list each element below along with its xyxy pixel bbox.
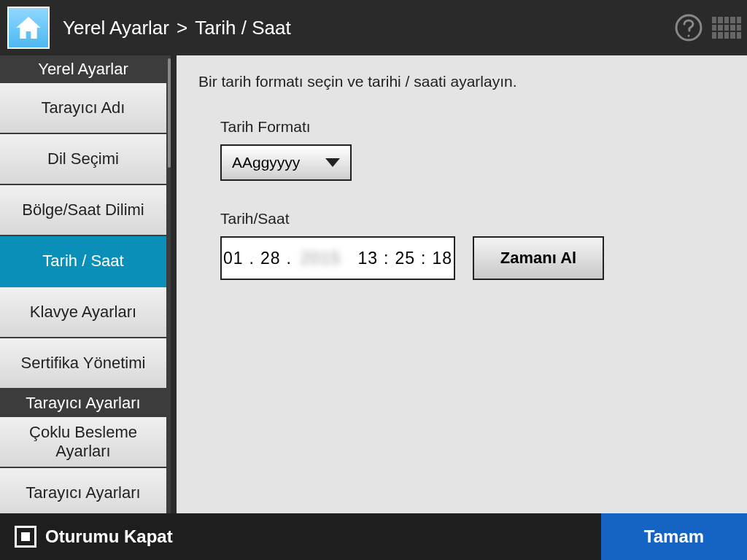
home-icon xyxy=(14,13,43,42)
svg-point-1 xyxy=(688,35,690,37)
logout-button[interactable]: Oturumu Kapat xyxy=(0,513,187,560)
sidebar-item-label: Tarayıcı Ayarları xyxy=(26,483,140,502)
help-button[interactable] xyxy=(671,10,706,45)
date-month: 01 xyxy=(223,249,244,268)
ok-label: Tamam xyxy=(644,526,704,547)
get-time-label: Zamanı Al xyxy=(500,249,576,268)
date-format-value: AAggyyyy xyxy=(232,154,300,171)
breadcrumb-root: Yerel Ayarlar xyxy=(63,17,169,39)
keyboard-icon xyxy=(712,17,741,39)
date-year: 2015 xyxy=(298,249,344,268)
sidebar-item-multifeed[interactable]: Çoklu Besleme Ayarları xyxy=(0,417,166,468)
date-time-input[interactable]: 01 . 28 . 2015 13 : 25 : 18 xyxy=(220,236,455,280)
home-button[interactable] xyxy=(7,7,50,49)
main-panel: Bir tarih formatı seçin ve tarihi / saat… xyxy=(171,55,747,513)
sidebar-item-region-timezone[interactable]: Bölge/Saat Dilimi xyxy=(0,185,166,236)
breadcrumb-leaf: Tarih / Saat xyxy=(195,17,291,39)
sidebar-item-language[interactable]: Dil Seçimi xyxy=(0,134,166,185)
sidebar-item-label: Tarih / Saat xyxy=(42,252,123,271)
sidebar-item-label: Çoklu Besleme xyxy=(29,423,137,442)
logout-icon xyxy=(15,526,36,548)
sidebar-item-certificate[interactable]: Sertifika Yönetimi xyxy=(0,338,166,389)
sidebar-scrollbar[interactable] xyxy=(168,58,171,168)
sidebar-item-label: Bölge/Saat Dilimi xyxy=(22,201,144,219)
sidebar: Yerel Ayarlar Tarayıcı Adı Dil Seçimi Bö… xyxy=(0,55,171,513)
time-hour: 13 xyxy=(357,249,378,268)
ok-button[interactable]: Tamam xyxy=(601,513,747,560)
get-time-button[interactable]: Zamanı Al xyxy=(473,236,604,280)
help-icon xyxy=(674,13,703,42)
sidebar-item-label: Klavye Ayarları xyxy=(30,303,136,322)
instruction-text: Bir tarih formatı seçin ve tarihi / saat… xyxy=(198,73,725,90)
time-minute: 25 xyxy=(395,249,415,268)
sidebar-section-header-local: Yerel Ayarlar xyxy=(0,55,166,83)
keyboard-button[interactable] xyxy=(709,10,744,45)
date-format-select[interactable]: AAggyyyy xyxy=(220,144,352,181)
sidebar-item-label: Dil Seçimi xyxy=(47,149,119,168)
time-second: 18 xyxy=(432,249,452,268)
footer: Oturumu Kapat Tamam xyxy=(0,513,747,560)
sidebar-item-date-time[interactable]: Tarih / Saat xyxy=(0,236,166,287)
date-day: 28 xyxy=(260,249,281,268)
chevron-down-icon xyxy=(325,158,340,167)
sidebar-item-keyboard[interactable]: Klavye Ayarları xyxy=(0,287,166,338)
date-time-label: Tarih/Saat xyxy=(220,210,725,228)
sidebar-item-scanner-name[interactable]: Tarayıcı Adı xyxy=(0,83,166,134)
date-format-label: Tarih Formatı xyxy=(220,118,725,136)
sidebar-item-label: Sertifika Yönetimi xyxy=(21,354,146,373)
sidebar-section-header-scanner: Tarayıcı Ayarları xyxy=(0,389,166,417)
sidebar-item-scanner-settings[interactable]: Tarayıcı Ayarları xyxy=(0,468,166,513)
breadcrumb-separator: > xyxy=(177,17,187,39)
breadcrumb: Yerel Ayarlar > Tarih / Saat xyxy=(63,17,291,39)
sidebar-item-label: Tarayıcı Adı xyxy=(42,98,125,117)
app-header: Yerel Ayarlar > Tarih / Saat xyxy=(0,0,747,55)
logout-label: Oturumu Kapat xyxy=(45,526,173,547)
sidebar-item-label: Ayarları xyxy=(55,442,110,461)
